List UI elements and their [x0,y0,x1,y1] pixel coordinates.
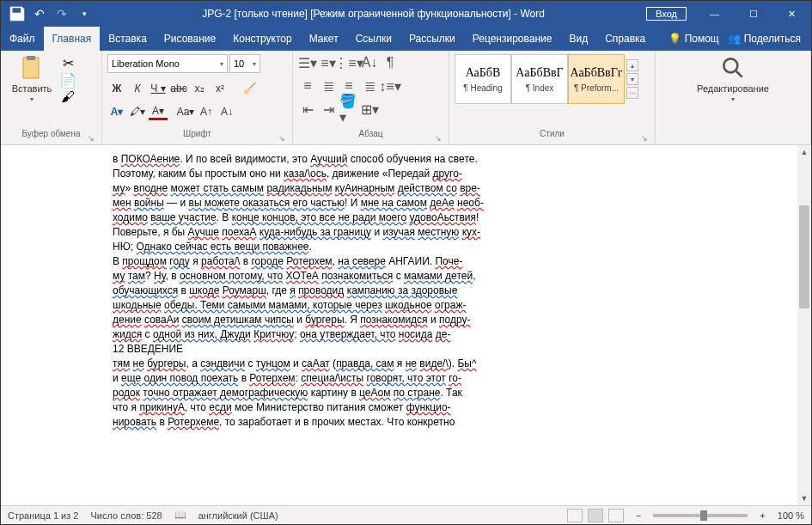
redo-icon[interactable]: ↷ [52,4,71,23]
show-marks-button[interactable]: ¶ [381,54,400,71]
sort-button[interactable]: A↓ [360,54,379,71]
font-size-combo[interactable]: 10▾ [229,54,260,73]
styles-up-icon[interactable]: ▴ [626,59,638,71]
style-preformatted[interactable]: АаБбВвГг¶ Preform... [568,54,625,104]
tab-design[interactable]: Конструктор [224,27,300,51]
status-bar: Страница 1 из 2 Число слов: 528 📖 англий… [1,505,811,524]
paste-button[interactable]: Вставить ▾ [6,54,58,103]
align-left-button[interactable]: ≡ [298,77,317,95]
scroll-up-icon[interactable]: ▲ [797,145,811,159]
svg-point-2 [723,58,737,72]
maximize-button[interactable]: ☐ [734,1,772,27]
dialog-launcher-icon[interactable]: ↘ [435,134,442,143]
close-button[interactable]: ✕ [772,1,811,27]
underline-button[interactable]: Ч ▾ [149,80,168,97]
ribbon: Вставить ▾ ✂ 📄 🖌 Буфер обмена↘ Liberatio… [1,51,811,145]
paste-label: Вставить [12,83,52,94]
text-effects-button[interactable]: A▾ [107,103,126,120]
copy-icon[interactable]: 📄 [61,73,75,87]
svg-rect-1 [27,56,35,60]
bullets-button[interactable]: ☰▾ [298,54,317,71]
login-button[interactable]: Вход [646,7,687,21]
spell-check-icon[interactable]: 📖 [174,510,186,521]
editing-button[interactable]: Редактирование ▾ [690,54,776,103]
page-content[interactable]: в ПОКОАение. И по всей видимости, это Ау… [1,145,811,430]
share-button[interactable]: 👥Поделиться [728,33,801,45]
bold-button[interactable]: Ж [107,80,126,97]
highlight-button[interactable]: 🖍▾ [128,103,147,120]
decrease-indent-button[interactable]: ⇤ [298,101,317,118]
clear-format-button[interactable]: 🧹 [240,80,259,97]
font-name-combo[interactable]: Liberation Mono▾ [107,54,228,73]
share-icon: 👥 [728,33,741,45]
word-count[interactable]: Число слов: 528 [90,510,162,521]
format-painter-icon[interactable]: 🖌 [61,90,75,104]
qat-more-icon[interactable]: ▾ [75,4,94,23]
document-area[interactable]: в ПОКОАение. И по всей видимости, это Ау… [1,145,811,505]
tell-me[interactable]: 💡Помощ [669,33,719,45]
undo-icon[interactable]: ↶ [30,4,49,23]
tab-file[interactable]: Файл [1,27,44,51]
group-paragraph-label: Абзац↘ [298,129,443,144]
zoom-in-button[interactable]: + [760,510,765,521]
tab-home[interactable]: Главная [44,27,101,51]
page-indicator[interactable]: Страница 1 из 2 [8,510,78,521]
svg-rect-0 [23,58,39,78]
change-case-button[interactable]: Aa▾ [176,103,195,120]
italic-button[interactable]: К [128,80,147,97]
styles-down-icon[interactable]: ▾ [626,73,638,85]
superscript-button[interactable]: x² [211,80,229,97]
editing-label: Редактирование [697,83,769,94]
zoom-level[interactable]: 100 % [778,510,804,521]
title-bar: ↶ ↷ ▾ JPG-2 [только чтение] [Режим огран… [1,1,811,27]
line-spacing-button[interactable]: ↕≡▾ [381,77,400,95]
subscript-button[interactable]: x₂ [190,80,209,97]
group-font-label: Шрифт↘ [107,129,287,144]
minimize-button[interactable]: — [695,1,734,27]
font-color-button[interactable]: A▾ [149,103,168,120]
ribbon-tabs: Файл Главная Вставка Рисование Конструкт… [1,27,811,51]
borders-button[interactable]: ⊞▾ [360,101,379,118]
style-index[interactable]: АаБбВвГ¶ Index [511,54,568,104]
tab-insert[interactable]: Вставка [100,27,156,51]
svg-line-3 [736,71,742,77]
tab-references[interactable]: Ссылки [347,27,400,51]
styles-gallery[interactable]: АаБбВ¶ Heading АаБбВвГ¶ Index АаБбВвГг¶ … [455,54,638,104]
bulb-icon: 💡 [669,33,681,45]
align-center-button[interactable]: ≣ [319,77,338,95]
tab-review[interactable]: Рецензирование [464,27,561,51]
view-web-icon[interactable] [608,509,624,522]
zoom-out-button[interactable]: − [636,510,641,521]
grow-font-button[interactable]: A↑ [197,103,216,120]
group-styles-label: Стили↘ [455,129,650,144]
language-indicator[interactable]: английский (США) [198,510,278,521]
save-icon[interactable] [8,4,27,23]
scroll-down-icon[interactable]: ▼ [797,491,811,505]
tab-draw[interactable]: Рисование [156,27,224,51]
view-read-icon[interactable] [567,509,583,522]
vertical-scrollbar[interactable]: ▲ ▼ [797,145,811,505]
cut-icon[interactable]: ✂ [61,56,75,70]
styles-more-icon[interactable]: ⋯ [626,87,638,99]
strike-button[interactable]: abc [169,80,188,97]
group-clipboard-label: Буфер обмена↘ [6,129,96,144]
align-right-button[interactable]: ≡ [339,77,358,95]
scroll-thumb[interactable] [799,205,809,308]
view-print-icon[interactable] [588,509,603,522]
align-justify-button[interactable]: ≣ [360,77,379,95]
dialog-launcher-icon[interactable]: ↘ [641,134,648,143]
shading-button[interactable]: 🪣▾ [339,101,358,118]
window-title: JPG-2 [только чтение] [Режим ограниченно… [101,8,646,20]
style-heading[interactable]: АаБбВ¶ Heading [455,54,511,104]
multilevel-button[interactable]: ⋮≡▾ [339,54,358,71]
increase-indent-button[interactable]: ⇥ [319,101,338,118]
tab-help[interactable]: Справка [596,27,654,51]
dialog-launcher-icon[interactable]: ↘ [88,134,95,143]
dialog-launcher-icon[interactable]: ↘ [278,134,285,143]
tab-layout[interactable]: Макет [301,27,347,51]
tab-mailings[interactable]: Рассылки [400,27,464,51]
tab-view[interactable]: Вид [560,27,596,51]
group-editing-label [661,129,805,144]
zoom-slider[interactable] [653,514,748,517]
shrink-font-button[interactable]: A↓ [217,103,236,120]
